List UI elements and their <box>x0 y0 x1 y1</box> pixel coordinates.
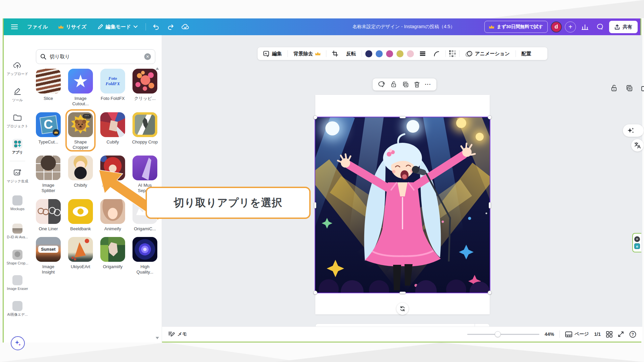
app-tile-image-insight[interactable]: Sunset Image Insight <box>35 237 61 275</box>
rail-item-mockups[interactable]: Mockups <box>4 195 31 211</box>
unlock-icon[interactable] <box>390 81 397 88</box>
file-menu-button[interactable]: ファイル <box>23 21 52 33</box>
app-results-grid: Slice ★ Image Cutout... Foto FoldFX Foto… <box>35 69 158 275</box>
zoom-percent[interactable]: 44% <box>545 331 554 337</box>
page-indicator: 1/1 <box>594 331 601 337</box>
app-tile-slice[interactable]: Slice <box>35 69 61 107</box>
pages-view-button[interactable]: ページ <box>565 331 589 337</box>
translate-button[interactable] <box>631 139 644 152</box>
edit-image-button[interactable]: 編集 <box>261 49 284 59</box>
app-tile-mangacr[interactable]: MangaCr... <box>100 156 126 194</box>
comments-button[interactable] <box>594 21 606 33</box>
redo-button[interactable] <box>165 21 177 33</box>
search-input[interactable] <box>50 54 133 60</box>
notes-button[interactable]: メモ <box>168 331 187 337</box>
mangacr-thumbnail <box>100 156 125 180</box>
transparency-button[interactable] <box>449 50 456 57</box>
zoom-slider[interactable] <box>467 331 539 337</box>
scroll-down-arrow[interactable] <box>156 337 159 339</box>
rail-item-did-avatar[interactable]: D-ID AI Ava... <box>4 224 31 239</box>
edit-mode-dropdown[interactable]: 編集モード <box>93 21 142 33</box>
hamburger-menu-icon[interactable] <box>8 21 20 33</box>
search-icon <box>40 54 46 60</box>
insights-button[interactable] <box>579 21 591 33</box>
app-tile-cubify[interactable]: Cubify <box>100 112 126 150</box>
app-tile-one-liner[interactable]: One Liner <box>35 199 61 232</box>
zoom-slider-knob[interactable] <box>495 331 501 337</box>
rail-item-image-eraser[interactable]: Image Eraser <box>4 275 31 291</box>
origamiify-thumbnail <box>100 237 125 262</box>
app-tile-choppy-crop[interactable]: Choppy Crop <box>132 112 158 150</box>
fullscreen-icon[interactable] <box>618 331 624 337</box>
crop-button[interactable] <box>330 49 340 58</box>
extension-logo[interactable]: e <box>634 243 640 249</box>
rail-item-ai-image-editor[interactable]: AI画像エデ... <box>4 301 31 317</box>
app-tile-clipping[interactable]: クリッピ... <box>132 69 158 107</box>
animate-icon <box>465 51 473 57</box>
animation-button[interactable]: アニメーション <box>463 49 512 59</box>
app-tile-origamiify[interactable]: Origamiify <box>100 237 126 275</box>
position-button[interactable]: 配置 <box>519 49 534 59</box>
clear-search-icon[interactable]: ✕ <box>144 53 151 60</box>
did-avatar-thumbnail <box>12 224 22 234</box>
design-page[interactable] <box>315 95 490 314</box>
duplicate-icon[interactable] <box>402 81 409 88</box>
delete-icon[interactable] <box>414 81 420 88</box>
choppy-crop-thumbnail <box>132 112 157 137</box>
app-tile-animeify[interactable]: Animeify <box>100 199 126 232</box>
app-tile-ukiyoeart[interactable]: UkiyoEArt <box>67 237 94 275</box>
app-tile-chibify[interactable]: Chibify <box>67 156 94 194</box>
rail-item-apps[interactable]: アプリ <box>4 139 31 155</box>
app-tile-image-cutout[interactable]: ★ Image Cutout... <box>67 69 94 107</box>
duplicate-page-icon[interactable] <box>626 84 633 92</box>
app-tile-fotofoldfx[interactable]: Foto FoldFX Foto FoldFX <box>100 69 126 107</box>
magic-shortcut-button[interactable] <box>623 124 644 137</box>
color-swatch-3[interactable] <box>386 50 393 57</box>
more-options-icon[interactable]: ··· <box>425 81 431 87</box>
app-tile-image-splitter[interactable]: Image Splitter <box>35 156 61 194</box>
color-swatch-2[interactable] <box>376 50 383 57</box>
share-button[interactable]: 共有 <box>609 21 638 33</box>
app-tile-beeldbank[interactable]: Beeldbank <box>67 199 94 232</box>
flip-button[interactable]: 反転 <box>344 49 358 59</box>
canvas-area: 編集 背景除去 反転 <box>162 35 642 326</box>
spacing-button[interactable] <box>417 50 428 58</box>
background-remove-button[interactable]: 背景除去 <box>291 49 323 59</box>
singer-figure <box>315 117 490 293</box>
resize-button[interactable]: リサイズ <box>54 21 90 33</box>
unlock-page-icon[interactable] <box>610 84 618 92</box>
add-page-icon[interactable] <box>641 84 644 92</box>
crop-icon <box>332 51 338 57</box>
resize-label: リサイズ <box>66 24 86 30</box>
comment-add-icon[interactable] <box>378 81 385 88</box>
rail-item-uploads[interactable]: アップロード <box>4 60 31 76</box>
grid-view-icon[interactable] <box>606 331 612 338</box>
crown-icon <box>58 25 63 28</box>
app-tile-shape-cropper[interactable]: ··· Shape Cropper <box>67 112 94 150</box>
add-member-button[interactable]: + <box>565 21 576 33</box>
color-swatch-1[interactable] <box>365 50 372 57</box>
rail-item-magic-generate[interactable]: マジック生成 <box>4 168 31 184</box>
free-trial-button[interactable]: まず30日間無料で試す <box>484 21 548 33</box>
app-tile-high-quality[interactable]: High Quality... <box>132 237 158 275</box>
color-swatch-4[interactable] <box>396 50 404 57</box>
user-avatar[interactable]: d <box>551 21 562 33</box>
document-title[interactable]: 名称未設定のデザイン - Instagramの投稿（4:5） <box>339 18 468 35</box>
app-search-box[interactable]: ✕ <box>36 49 155 64</box>
extension-close-icon[interactable]: ✕ <box>634 236 640 242</box>
rail-item-shape-cropper[interactable]: Shape Crop... <box>4 250 31 265</box>
left-icon-rail: アップロード ツール プロジェクト アプリ マジック生成 Mockups D-I… <box>4 35 31 343</box>
rail-item-projects[interactable]: プロジェクト <box>4 113 31 129</box>
undo-button[interactable] <box>150 21 162 33</box>
more-options-badge[interactable]: ··· <box>83 114 91 119</box>
rotate-button[interactable] <box>396 303 409 315</box>
help-icon[interactable]: ? <box>629 331 636 338</box>
rail-item-tools[interactable]: ツール <box>4 86 31 103</box>
stage-singer-image[interactable] <box>315 117 490 293</box>
cloud-save-status-icon[interactable] <box>179 21 192 33</box>
app-tile-typecut[interactable]: C TypeCut... <box>35 112 61 150</box>
magic-assistant-button[interactable] <box>11 336 25 350</box>
typecut-thumbnail: C <box>36 112 61 137</box>
color-swatch-5[interactable] <box>407 50 414 57</box>
corner-rounding-button[interactable] <box>431 49 442 58</box>
